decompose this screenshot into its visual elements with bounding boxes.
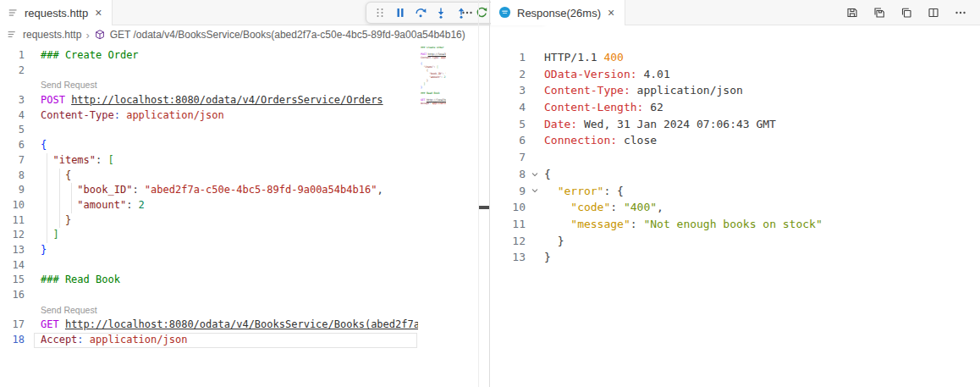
code-line[interactable]: 18Accept: application/json: [0, 333, 418, 348]
save-response-button[interactable]: [845, 5, 860, 20]
ellipsis-icon: [954, 6, 967, 19]
code-line[interactable]: 12 }: [491, 233, 980, 250]
code-line[interactable]: 6{: [0, 138, 418, 153]
code-line[interactable]: 10 "amount": 2: [0, 198, 418, 213]
code-line[interactable]: 9 "book_ID": "abed2f7a-c50e-4bc5-89fd-9a…: [0, 183, 418, 198]
fold-spacer: [526, 149, 544, 166]
line-number: 3: [0, 93, 25, 108]
code-line[interactable]: 10 "code": "400",: [491, 199, 980, 216]
more-actions-button[interactable]: [953, 5, 968, 20]
step-into-icon: [434, 6, 448, 19]
line-number: 4: [491, 99, 526, 116]
code-line[interactable]: 8{: [491, 166, 980, 183]
codelens-row[interactable]: Send Request: [0, 303, 418, 318]
code-text: POST http://localhost:8080/odata/v4/Orde…: [41, 93, 383, 108]
minimap-line: Accept: application/json: [421, 102, 446, 106]
send-request-codelens[interactable]: Send Request: [41, 305, 97, 315]
close-icon[interactable]: ×: [606, 7, 616, 19]
tab-requests-http[interactable]: requests.http ×: [0, 0, 113, 25]
code-line[interactable]: 1HTTP/1.1 400: [491, 49, 980, 66]
code-line[interactable]: 16: [0, 288, 418, 303]
code-text: Send Request: [41, 78, 97, 93]
symbol-cube-icon: [94, 29, 106, 41]
code-line[interactable]: 15### Read Book: [0, 273, 418, 288]
code-text: "items": [: [41, 153, 114, 169]
line-number: 3: [491, 82, 526, 99]
code-text: Content-Type: application/json: [544, 82, 743, 99]
fold-spacer: [526, 99, 544, 116]
code-line[interactable]: 3POST http://localhost:8080/odata/v4/Ord…: [0, 93, 418, 108]
overview-ruler-marker: [479, 206, 489, 209]
code-text: "message": "Not enough books on stock": [544, 216, 823, 233]
fold-spacer: [526, 249, 544, 266]
code-line[interactable]: 8 {: [0, 169, 418, 184]
code-line[interactable]: 13}: [0, 243, 418, 258]
http-file-icon: [8, 7, 19, 19]
code-line[interactable]: 4Content-Type: application/json: [0, 108, 418, 124]
breadcrumb-separator: ›: [85, 29, 89, 41]
response-editor[interactable]: 1HTTP/1.1 4002OData-Version: 4.013Conten…: [491, 49, 980, 387]
code-line[interactable]: 17GET http://localhost:8080/odata/v4/Boo…: [0, 318, 418, 333]
code-line[interactable]: 7: [491, 149, 980, 166]
line-number: 9: [0, 183, 25, 198]
code-line[interactable]: 14: [0, 258, 418, 274]
left-tab-filler: [113, 0, 489, 25]
codelens-row[interactable]: Send Request: [0, 78, 418, 93]
split-editor-button[interactable]: [926, 5, 941, 20]
code-line[interactable]: 6Connection: close: [491, 132, 980, 149]
line-number: 10: [491, 199, 526, 216]
code-line[interactable]: 2: [0, 64, 418, 79]
editor-group-sash[interactable]: [489, 0, 490, 387]
save-icon: [845, 6, 859, 19]
line-number: 1: [0, 48, 25, 64]
code-text: }: [544, 233, 564, 250]
code-text: OData-Version: 4.01: [544, 66, 670, 83]
step-over-button[interactable]: [410, 3, 431, 23]
close-icon[interactable]: ×: [93, 7, 103, 19]
line-number: [0, 78, 25, 93]
fold-spacer: [526, 233, 544, 250]
right-tab-filler: [625, 0, 980, 25]
code-line[interactable]: 5: [0, 123, 418, 138]
step-over-icon: [414, 6, 427, 19]
breadcrumb-item-file[interactable]: requests.http: [23, 29, 81, 41]
code-line[interactable]: 3Content-Type: application/json: [491, 82, 980, 99]
code-line[interactable]: 7 "items": [: [0, 153, 418, 169]
response-actions: [845, 5, 980, 20]
line-number: 9: [491, 183, 526, 200]
minimap[interactable]: ### Create OrderPOST http://localhost:80…: [421, 47, 446, 113]
code-text: "code": "400",: [544, 199, 663, 216]
pause-button[interactable]: [390, 3, 410, 23]
code-line[interactable]: 11 "message": "Not enough books on stock…: [491, 216, 980, 233]
code-line[interactable]: 2OData-Version: 4.01: [491, 66, 980, 83]
request-editor[interactable]: 1### Create Order2Send Request3POST http…: [0, 48, 418, 350]
code-line[interactable]: 5Date: Wed, 31 Jan 2024 07:06:43 GMT: [491, 116, 980, 133]
tab-response[interactable]: Response(26ms) ×: [491, 0, 625, 25]
breadcrumb-item-symbol[interactable]: GET /odata/v4/BooksService/Books(abed2f7…: [110, 29, 465, 41]
line-number: [0, 303, 25, 318]
code-text: {: [41, 138, 47, 153]
step-into-button[interactable]: [431, 3, 451, 23]
fold-spacer: [526, 82, 544, 99]
save-response-body-button[interactable]: [872, 5, 887, 20]
code-line[interactable]: 12 ]: [0, 228, 418, 243]
copy-response-body-button[interactable]: [899, 5, 914, 20]
code-line[interactable]: 13}: [491, 249, 980, 266]
code-line[interactable]: 11 }: [0, 213, 418, 229]
code-line[interactable]: 9 "error": {: [491, 183, 980, 200]
code-text: {: [41, 169, 71, 184]
left-tab-bar: requests.http ×: [0, 0, 489, 25]
fold-spacer: [526, 49, 544, 66]
send-request-codelens[interactable]: Send Request: [41, 80, 97, 90]
more-actions-button[interactable]: [457, 3, 477, 23]
fold-chevron-icon[interactable]: [526, 183, 544, 200]
editor-group-response: Response(26ms) × 1HTTP/1.1 4002OData-Ver…: [491, 0, 980, 387]
fold-chevron-icon[interactable]: [526, 166, 544, 183]
right-tab-bar: Response(26ms) ×: [491, 0, 980, 25]
code-line[interactable]: 4Content-Length: 62: [491, 99, 980, 116]
drag-handle-button[interactable]: [370, 3, 390, 23]
line-number: 2: [0, 64, 25, 79]
code-line[interactable]: 1### Create Order: [0, 48, 418, 64]
code-text: }: [41, 213, 71, 229]
code-text: "book_ID": "abed2f7a-c50e-4bc5-89fd-9a00…: [41, 183, 383, 198]
